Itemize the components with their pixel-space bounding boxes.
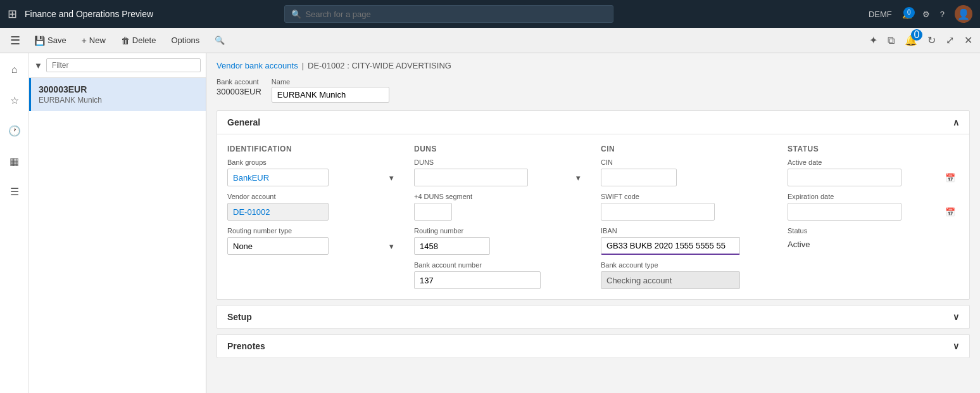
general-section-title: General — [227, 117, 260, 127]
form-header: Bank account 300003EUR Name — [217, 78, 970, 103]
name-input[interactable] — [272, 87, 389, 103]
settings-icon[interactable]: ⚙ — [922, 10, 930, 19]
toolbar-right: ✦ ⧉ 🔔 0 ↻ ⤢ ✕ — [867, 32, 975, 49]
hamburger-icon[interactable]: ☰ — [5, 31, 25, 50]
toolbar-notif-badge: 0 — [911, 29, 922, 41]
expiration-date-calendar-icon[interactable]: 📅 — [945, 207, 955, 217]
duns-label: DUNS — [414, 158, 586, 166]
identification-col: IDENTIFICATION Bank groups BankEUR Ven — [227, 145, 399, 289]
prenotes-section-header[interactable]: Prenotes ∨ — [217, 335, 969, 358]
plus4-label: +4 DUNS segment — [414, 193, 586, 200]
routing-number-type-group: Routing number type None ABA BSB IFSC — [227, 227, 399, 255]
general-collapse-icon: ∧ — [953, 117, 959, 127]
expiration-date-input[interactable] — [788, 203, 901, 221]
list-icon[interactable]: ☰ — [3, 180, 26, 203]
identification-title: IDENTIFICATION — [227, 145, 399, 153]
bank-groups-label: Bank groups — [227, 158, 399, 166]
active-date-calendar-icon[interactable]: 📅 — [945, 173, 955, 183]
app-title: Finance and Operations Preview — [25, 9, 153, 19]
cin-label: CIN — [601, 158, 772, 166]
filter-icon[interactable]: ▼ — [34, 61, 42, 70]
avatar[interactable]: 👤 — [955, 5, 972, 23]
status-label: Status — [788, 227, 959, 235]
personalize-icon[interactable]: ✦ — [867, 32, 880, 49]
delete-button[interactable]: 🗑 Delete — [115, 33, 163, 48]
sidebar-icons: ⌂ ☆ 🕐 ▦ ☰ — [0, 53, 29, 393]
grid-menu-icon[interactable]: ⊞ — [8, 7, 17, 21]
detail-panel: Vendor bank accounts | DE-01002 : CITY-W… — [206, 53, 980, 393]
toolbar-notification[interactable]: 🔔 0 — [902, 32, 920, 49]
breadcrumb-separator: | — [302, 61, 304, 70]
star-icon[interactable]: ☆ — [3, 89, 26, 112]
duns-select-wrapper — [414, 169, 586, 186]
duns-title-group: DUNS — [414, 145, 586, 158]
list-panel: ▼ 300003EUR EURBANK Munich — [29, 53, 206, 393]
notification-badge: 0 — [903, 7, 915, 18]
prenotes-section: Prenotes ∨ — [217, 334, 970, 358]
iban-input[interactable] — [601, 237, 740, 255]
user-label: DEMF — [869, 10, 892, 19]
setup-section: Setup ∨ — [217, 305, 970, 329]
save-icon: 💾 — [34, 35, 45, 46]
list-item-secondary: EURBANK Munich — [39, 96, 198, 105]
search-input[interactable] — [305, 10, 606, 19]
options-button[interactable]: Options — [165, 33, 206, 48]
plus4-group: +4 DUNS segment — [414, 193, 586, 221]
list-item[interactable]: 300003EUR EURBANK Munich — [29, 78, 206, 111]
cin-input[interactable] — [601, 169, 677, 186]
expiration-date-group: Expiration date 📅 — [788, 193, 959, 221]
name-label: Name — [272, 78, 389, 86]
duns-col: DUNS DUNS +4 DUNS segment — [414, 145, 586, 289]
routing-number-type-label: Routing number type — [227, 227, 399, 235]
general-section-body: IDENTIFICATION Bank groups BankEUR Ven — [217, 134, 969, 299]
active-date-input[interactable] — [788, 169, 901, 186]
routing-number-input[interactable] — [414, 237, 490, 255]
bank-account-value: 300003EUR — [217, 87, 261, 96]
new-button[interactable]: + New — [75, 33, 112, 48]
swift-input[interactable] — [601, 203, 715, 221]
setup-expand-icon: ∨ — [953, 312, 959, 322]
active-date-label: Active date — [788, 158, 959, 166]
calendar-icon[interactable]: ▦ — [3, 150, 26, 172]
cin-col: CIN CIN SWIFT code IBAN — [601, 145, 772, 289]
expiration-date-label: Expiration date — [788, 193, 959, 200]
search-button[interactable]: 🔍 — [208, 33, 231, 48]
bank-account-type-input — [601, 271, 740, 289]
global-search[interactable]: 🔍 — [284, 5, 613, 23]
home-icon[interactable]: ⌂ — [3, 58, 26, 81]
active-date-group: Active date 📅 — [788, 158, 959, 186]
bank-account-number-input[interactable] — [414, 271, 541, 289]
filter-input[interactable] — [46, 58, 201, 72]
open-new-icon[interactable]: ⤢ — [943, 32, 957, 49]
breadcrumb: Vendor bank accounts | DE-01002 : CITY-W… — [217, 61, 970, 70]
clock-icon[interactable]: 🕐 — [3, 119, 26, 142]
routing-number-group: Routing number — [414, 227, 586, 255]
status-col: STATUS Active date 📅 Expiration date — [788, 145, 959, 289]
bank-groups-select[interactable]: BankEUR — [227, 169, 329, 186]
duns-select[interactable] — [414, 169, 528, 186]
bank-account-type-label: Bank account type — [601, 261, 772, 269]
breadcrumb-parent[interactable]: Vendor bank accounts — [217, 61, 298, 70]
duns-field-group: DUNS — [414, 158, 586, 186]
prenotes-expand-icon: ∨ — [953, 341, 959, 351]
help-icon[interactable]: ? — [940, 10, 945, 19]
list-filter-row: ▼ — [29, 53, 206, 78]
routing-type-select[interactable]: None ABA BSB IFSC — [227, 237, 329, 255]
delete-icon: 🗑 — [121, 35, 130, 46]
search-icon: 🔍 — [291, 10, 301, 19]
split-view-icon[interactable]: ⧉ — [885, 32, 897, 49]
save-button[interactable]: 💾 Save — [28, 33, 73, 48]
refresh-icon[interactable]: ↻ — [925, 32, 938, 49]
bank-account-type-group: Bank account type — [601, 261, 772, 289]
routing-number-label: Routing number — [414, 227, 586, 235]
duns-title: DUNS — [414, 145, 586, 153]
notification-button[interactable]: 🔔 0 — [902, 10, 912, 19]
setup-section-header[interactable]: Setup ∨ — [217, 306, 969, 328]
general-section-header[interactable]: General ∧ — [217, 111, 969, 134]
bank-account-field: Bank account 300003EUR — [217, 78, 261, 103]
plus4-input[interactable] — [414, 203, 452, 221]
status-title: STATUS — [788, 145, 959, 153]
iban-label: IBAN — [601, 227, 772, 235]
close-icon[interactable]: ✕ — [962, 32, 975, 49]
new-icon: + — [82, 35, 87, 46]
